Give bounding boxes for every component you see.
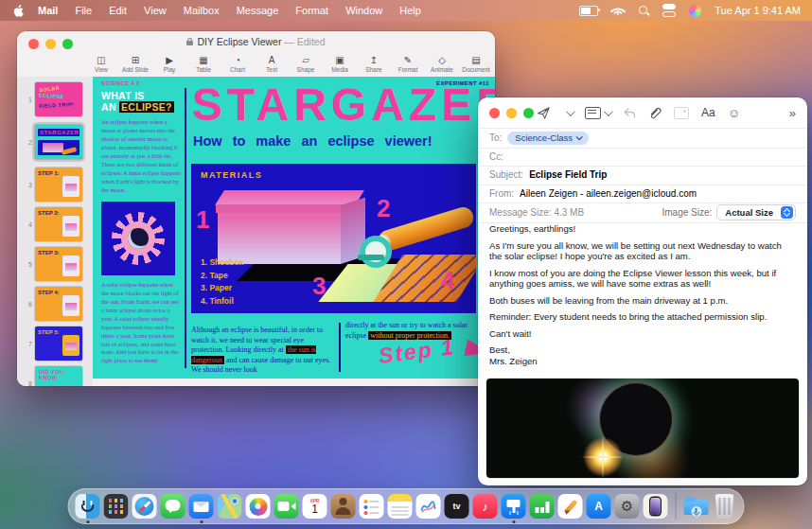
send-button[interactable] (537, 106, 551, 120)
close-button[interactable] (489, 108, 500, 118)
toolbar-table-button[interactable]: ▦Table (187, 55, 220, 73)
menu-item-format[interactable]: Format (287, 5, 337, 16)
toolbar-format-button[interactable]: ✎Format (392, 55, 424, 73)
running-indicator (200, 520, 203, 523)
search-icon[interactable] (638, 5, 649, 16)
slide-thumbnail-7[interactable]: 7 STEP 5: (17, 326, 93, 361)
media-icon: ▣ (335, 55, 344, 65)
toolbar-document-button[interactable]: ▤Document (460, 55, 492, 73)
menu-item-edit[interactable]: Edit (100, 5, 135, 16)
shoebox-lid-front (216, 204, 350, 213)
dock-facetime-icon[interactable] (274, 494, 299, 519)
slide-left-column: WHAT IS AN ECLIPSE? An eclipse happens w… (101, 90, 181, 365)
mail-traffic-lights[interactable] (489, 108, 534, 118)
slide-thumbnail-8[interactable]: 8 DID YOU KNOW (17, 366, 93, 386)
dock-messages-icon[interactable] (161, 494, 185, 519)
dock-trash-icon[interactable] (713, 494, 737, 519)
dock-settings-icon[interactable]: ⚙ (615, 494, 640, 519)
dock-appstore-icon[interactable]: A (587, 494, 611, 519)
material-number-3: 3 (312, 273, 326, 298)
slide-thumbnail-5[interactable]: 5 STEP 3: (17, 247, 93, 281)
dock-freeform-icon[interactable] (416, 494, 441, 519)
keynote-titlebar[interactable]: DIY Eclipse Viewer — Edited (17, 31, 495, 50)
view-icon: ◫ (97, 55, 105, 65)
add-slide-icon: ⊞ (132, 55, 139, 65)
to-field[interactable]: To: Science-Class (478, 129, 807, 149)
menu-item-file[interactable]: File (66, 5, 100, 16)
dock-contacts-icon[interactable] (331, 494, 356, 519)
lock-icon (186, 41, 193, 45)
dock-notes-icon[interactable] (388, 494, 413, 519)
control-center-icon[interactable] (662, 4, 676, 17)
header-fields-button[interactable] (585, 107, 610, 119)
menu-item-view[interactable]: View (135, 5, 175, 16)
sun-eclipse-illustration (101, 202, 175, 275)
slide-navigator: 1 SOLAR ECLIPSE FIELD TRIP! 2 STARGAZER … (17, 77, 93, 386)
dock-iphone-mirroring-icon[interactable] (644, 494, 668, 519)
dock-separator (676, 493, 677, 520)
send-options-chevron-icon[interactable] (566, 107, 575, 116)
materials-list: 1. Shoebox 2. Tape 3. Paper 4. Tinfoil (201, 256, 243, 308)
animate-icon: ◇ (438, 55, 446, 65)
dock-safari-icon[interactable] (132, 494, 157, 519)
toolbar-shape-button[interactable]: ▱Shape (290, 55, 322, 73)
dock-music-icon[interactable]: ♪ (473, 494, 498, 519)
menu-item-message[interactable]: Message (228, 5, 288, 16)
dock-appletv-icon[interactable]: tv (445, 494, 469, 519)
slide-thumbnail-2-selected[interactable]: 2 STARGAZER (17, 122, 93, 162)
format-button[interactable]: Aa (701, 106, 715, 119)
menu-item-window[interactable]: Window (337, 5, 391, 16)
dock-keynote-icon[interactable] (502, 494, 526, 519)
battery-icon[interactable] (579, 6, 598, 16)
attach-button[interactable] (648, 106, 662, 120)
menu-bar-clock[interactable]: Tue Apr 1 9:41 AM (715, 5, 801, 16)
menu-item-mailbox[interactable]: Mailbox (175, 5, 228, 16)
slide-thumbnail-6[interactable]: 6 STEP 4: (17, 287, 93, 321)
dock-calendar-icon[interactable]: APR1 (303, 494, 327, 519)
dock-photos-icon[interactable] (246, 494, 271, 519)
cc-field[interactable]: Cc: (478, 148, 807, 168)
toolbar-play-button[interactable]: ▶Play (153, 55, 185, 73)
menu-item-mail[interactable]: Mail (29, 5, 66, 16)
mail-toolbar: Aa ☺ » (478, 97, 807, 129)
toolbar-add-slide-button[interactable]: ⊞Add Slide (119, 55, 151, 73)
dock-mail-icon[interactable] (189, 494, 214, 519)
wifi-icon[interactable] (611, 6, 625, 16)
dock-downloads-icon[interactable] (684, 494, 709, 519)
menu-item-help[interactable]: Help (391, 5, 430, 16)
text-icon: A (269, 55, 275, 65)
dock-finder-icon[interactable] (76, 494, 100, 519)
toolbar-text-button[interactable]: AText (256, 55, 288, 73)
toolbar-view-button[interactable]: ◫View (85, 55, 117, 73)
material-number-2: 2 (377, 196, 390, 220)
message-size-value: 4.3 MB (554, 207, 584, 218)
toolbar-media-button[interactable]: ▣Media (324, 55, 356, 73)
slide-thumbnail-1[interactable]: 1 SOLAR ECLIPSE FIELD TRIP! (17, 82, 93, 116)
minimize-button[interactable] (506, 108, 517, 118)
slide-thumbnail-4[interactable]: 4 STEP 2: (17, 207, 93, 241)
emoji-button[interactable]: ☺ (728, 106, 740, 120)
chart-icon: ◔ (235, 55, 240, 65)
slide-thumbnail-3[interactable]: 3 STEP 1: (17, 168, 93, 202)
toolbar-chart-button[interactable]: ◔Chart (221, 55, 254, 73)
dock-reminders-icon[interactable] (360, 494, 384, 519)
from-field[interactable]: From: Aileen Zeigen - aileen.zeigen@iclo… (478, 185, 807, 204)
apple-menu-icon[interactable] (13, 5, 24, 17)
toolbar-animate-button[interactable]: ◇Animate (426, 55, 458, 73)
dock-pages-icon[interactable] (558, 494, 583, 519)
dock-numbers-icon[interactable] (530, 494, 555, 519)
zoom-button[interactable] (523, 108, 534, 118)
eclipse-photo-attachment[interactable] (486, 379, 799, 478)
toolbar-share-button[interactable]: ↥Share (358, 55, 390, 73)
recipient-token[interactable]: Science-Class (507, 132, 589, 145)
message-body[interactable]: Greetings, earthlings! As I'm sure you a… (489, 223, 796, 366)
mail-toolbar-overflow-button[interactable]: » (789, 106, 796, 120)
subject-field[interactable]: Subject: Eclipse Field Trip (478, 166, 807, 185)
diamond-ring-flare (576, 431, 629, 478)
dock-maps-icon[interactable] (218, 494, 242, 519)
slide-canvas[interactable]: SCIENCE 4.2 EXPERIMENT #11 WHAT IS AN EC… (93, 77, 495, 379)
keynote-window-title: DIY Eclipse Viewer — Edited (17, 36, 495, 47)
dock-launchpad-icon[interactable] (104, 494, 129, 519)
image-size-select[interactable]: Actual Size (716, 204, 796, 220)
siri-icon[interactable] (689, 5, 701, 17)
